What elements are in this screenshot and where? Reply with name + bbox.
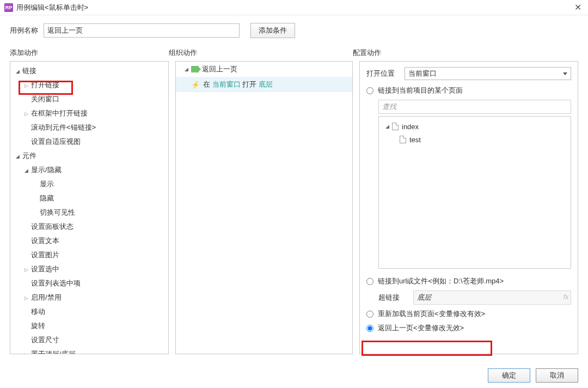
section-organize-actions-label: 组织动作 bbox=[169, 48, 353, 58]
tree-group-widget[interactable]: 元件 bbox=[10, 149, 168, 163]
hyperlink-row: 超链接 底层 fx bbox=[366, 290, 571, 305]
org-case-name: 返回上一页 bbox=[202, 64, 237, 74]
ok-button[interactable]: 确定 bbox=[488, 368, 530, 383]
tree-item-set-image[interactable]: 设置图片 bbox=[10, 248, 168, 262]
radio-back-label: 返回上一页<变量修改无效> bbox=[378, 323, 464, 333]
add-condition-button[interactable]: 添加条件 bbox=[250, 23, 295, 38]
tree-item-close-window[interactable]: 关闭窗口 bbox=[10, 92, 168, 106]
hyperlink-input[interactable]: 底层 fx bbox=[413, 290, 571, 305]
page-name-index: index bbox=[402, 123, 419, 131]
tree-item-open-link[interactable]: 打开链接 bbox=[10, 78, 168, 92]
pages-tree[interactable]: ◢ index test bbox=[378, 116, 571, 269]
radio-link-page-label: 链接到当前项目的某个页面 bbox=[378, 86, 463, 95]
org-action-text: 在 当前窗口 打开 底层 bbox=[203, 80, 273, 89]
chevron-down-icon: ◢ bbox=[182, 66, 190, 72]
tree-group-showhide[interactable]: 显示/隐藏 bbox=[10, 163, 168, 177]
tree-item-panel-state[interactable]: 设置面板状态 bbox=[10, 220, 168, 234]
open-location-select[interactable]: 当前窗口 bbox=[405, 67, 571, 80]
fx-icon[interactable]: fx bbox=[564, 293, 568, 301]
tree-item-set-adaptive[interactable]: 设置自适应视图 bbox=[10, 135, 168, 149]
section-configure-actions-label: 配置动作 bbox=[353, 48, 381, 58]
tree-item-scroll-anchor[interactable]: 滚动到元件<锚链接> bbox=[10, 120, 168, 135]
open-location-label: 打开位置 bbox=[366, 69, 405, 78]
page-row-test[interactable]: test bbox=[381, 133, 568, 146]
radio-back-input[interactable] bbox=[366, 325, 373, 332]
tree-item-hide[interactable]: 隐藏 bbox=[10, 191, 168, 205]
tree-item-open-in-frame[interactable]: 在框架中打开链接 bbox=[10, 106, 168, 120]
radio-link-url-input[interactable] bbox=[366, 278, 373, 285]
radio-link-page[interactable]: 链接到当前项目的某个页面 bbox=[366, 86, 571, 95]
org-case-row[interactable]: ◢ 返回上一页 bbox=[176, 62, 352, 77]
app-logo-icon: RP bbox=[4, 3, 13, 12]
bolt-icon: ⚡ bbox=[191, 81, 200, 89]
window-title: 用例编辑<鼠标单击时> bbox=[16, 3, 572, 13]
radio-reload-label: 重新加载当前页面<变量修改有效> bbox=[378, 309, 485, 319]
organize-actions-panel: ◢ 返回上一页 ⚡ 在 当前窗口 打开 底层 bbox=[175, 61, 353, 354]
tree-item-set-selected[interactable]: 设置选中 bbox=[10, 262, 168, 276]
case-icon bbox=[191, 66, 199, 72]
case-name-input[interactable] bbox=[44, 23, 240, 38]
page-name-test: test bbox=[409, 136, 421, 144]
radio-reload-input[interactable] bbox=[366, 311, 373, 318]
page-icon bbox=[392, 123, 399, 130]
tree-item-toggle-visibility[interactable]: 切换可见性 bbox=[10, 205, 168, 220]
tree-item-show[interactable]: 显示 bbox=[10, 177, 168, 191]
open-location-row: 打开位置 当前窗口 bbox=[366, 67, 571, 80]
case-name-label: 用例名称 bbox=[10, 26, 38, 35]
actions-tree[interactable]: 链接 打开链接 关闭窗口 在框架中打开链接 滚动到元件<锚链接> 设置自适应视图… bbox=[10, 62, 168, 354]
tree-item-set-size[interactable]: 设置尺寸 bbox=[10, 333, 168, 347]
tree-item-bring-order[interactable]: 置于顶层/底层 bbox=[10, 347, 168, 354]
section-add-actions-label: 添加动作 bbox=[10, 48, 169, 58]
hyperlink-label: 超链接 bbox=[378, 293, 413, 302]
radio-reload[interactable]: 重新加载当前页面<变量修改有效> bbox=[366, 309, 571, 319]
tree-item-enable-disable[interactable]: 启用/禁用 bbox=[10, 290, 168, 305]
section-headers: 添加动作 组织动作 配置动作 bbox=[0, 43, 588, 61]
page-icon bbox=[400, 136, 406, 143]
radio-link-url[interactable]: 链接到url或文件<例如：D:\苍老师.mp4> bbox=[366, 276, 571, 286]
chevron-down-icon: ◢ bbox=[383, 124, 391, 129]
case-name-row: 用例名称 添加条件 bbox=[0, 15, 588, 43]
title-bar: RP 用例编辑<鼠标单击时> ✕ bbox=[0, 0, 588, 15]
cancel-button[interactable]: 取消 bbox=[536, 368, 578, 383]
dialog-footer: 确定 取消 bbox=[488, 368, 578, 383]
page-search-input[interactable]: 查找 bbox=[378, 100, 571, 114]
configure-actions-panel: 打开位置 当前窗口 链接到当前项目的某个页面 查找 ◢ index test 链… bbox=[359, 61, 578, 354]
page-row-index[interactable]: ◢ index bbox=[381, 120, 568, 133]
radio-link-url-label: 链接到url或文件<例如：D:\苍老师.mp4> bbox=[378, 276, 504, 286]
close-icon[interactable]: ✕ bbox=[572, 2, 584, 13]
radio-back[interactable]: 返回上一页<变量修改无效> bbox=[366, 323, 571, 333]
add-actions-panel: 链接 打开链接 关闭窗口 在框架中打开链接 滚动到元件<锚链接> 设置自适应视图… bbox=[10, 61, 169, 354]
radio-link-page-input[interactable] bbox=[366, 87, 373, 94]
tree-item-set-text[interactable]: 设置文本 bbox=[10, 234, 168, 248]
tree-item-set-list-selected[interactable]: 设置列表选中项 bbox=[10, 276, 168, 290]
search-placeholder: 查找 bbox=[382, 102, 396, 112]
tree-item-rotate[interactable]: 旋转 bbox=[10, 319, 168, 333]
org-action-row[interactable]: ⚡ 在 当前窗口 打开 底层 bbox=[176, 77, 352, 92]
tree-group-link[interactable]: 链接 bbox=[10, 64, 168, 78]
tree-item-move[interactable]: 移动 bbox=[10, 305, 168, 319]
